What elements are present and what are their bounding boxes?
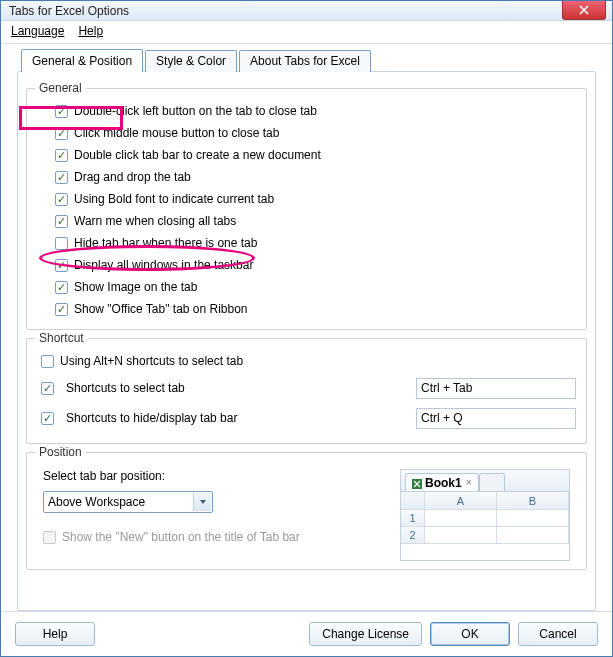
content-area: General & Position Style & Color About T… [1,44,612,611]
checkbox-icon [55,105,68,118]
row-shortcut-toggle: Shortcuts to hide/display tab bar [41,405,576,431]
checkbox-icon [43,531,56,544]
checkbox-icon [55,149,68,162]
dropdown-value: Above Workspace [48,495,145,509]
option-display-taskbar[interactable]: Display all windows in the taskbar [55,255,576,275]
button-label: OK [461,627,478,641]
checkbox-icon [41,355,54,368]
option-label: Display all windows in the taskbar [74,258,253,272]
tab-general-position[interactable]: General & Position [21,49,143,72]
option-double-click-new[interactable]: Double click tab bar to create a new doc… [55,145,576,165]
option-label: Show "Office Tab" tab on Ribbon [74,302,248,316]
checkbox-icon [55,127,68,140]
position-preview: Book1 × AB 1 2 [400,469,570,561]
chevron-down-icon [193,493,211,511]
tab-pane: General Double-click left button on the … [17,71,596,611]
window-title: Tabs for Excel Options [5,4,129,18]
close-icon: × [466,477,472,488]
menu-language[interactable]: Language [11,24,64,38]
option-alt-n[interactable]: Using Alt+N shortcuts to select tab [41,351,576,371]
option-middle-click-close[interactable]: Click middle mouse button to close tab [55,123,576,143]
footer-bar: Help Change License OK Cancel [1,611,612,656]
col-header-b: B [497,492,569,510]
tab-label: Style & Color [156,54,226,68]
shortcut-toggle-input[interactable] [416,408,576,429]
close-icon [579,5,589,15]
col-header-a: A [425,492,497,510]
option-label: Show the "New" button on the title of Ta… [62,530,300,544]
checkbox-icon [55,171,68,184]
option-bold-current[interactable]: Using Bold font to indicate current tab [55,189,576,209]
option-warn-close-all[interactable]: Warn me when closing all tabs [55,211,576,231]
change-license-button[interactable]: Change License [309,622,422,646]
option-label: Hide tab bar when there is one tab [74,236,257,250]
checkbox-icon [55,281,68,294]
group-general: General Double-click left button on the … [26,88,587,330]
group-title: Position [35,445,86,459]
position-dropdown[interactable]: Above Workspace [43,491,213,513]
option-hide-single-tab[interactable]: Hide tab bar when there is one tab [55,233,576,253]
row-shortcut-select: Shortcuts to select tab [41,375,576,401]
option-show-image[interactable]: Show Image on the tab [55,277,576,297]
option-show-new-button: Show the "New" button on the title of Ta… [43,527,384,547]
option-label: Using Alt+N shortcuts to select tab [60,354,243,368]
option-label: Shortcuts to select tab [66,381,185,395]
preview-tab-book1: Book1 × [405,473,479,491]
option-double-click-close[interactable]: Double-click left button on the tab to c… [55,101,576,121]
checkbox-icon [55,215,68,228]
group-shortcut: Shortcut Using Alt+N shortcuts to select… [26,338,587,444]
option-label: Double-click left button on the tab to c… [74,104,317,118]
option-show-office-tab[interactable]: Show "Office Tab" tab on Ribbon [55,299,576,319]
button-label: Cancel [539,627,576,641]
option-label: Click middle mouse button to close tab [74,126,279,140]
option-label: Show Image on the tab [74,280,197,294]
row-header-2: 2 [401,527,425,544]
group-position: Position Select tab bar position: Above … [26,452,587,570]
tab-style-color[interactable]: Style & Color [145,50,237,72]
position-label: Select tab bar position: [43,469,384,483]
help-button[interactable]: Help [15,622,95,646]
shortcut-select-input[interactable] [416,378,576,399]
checkbox-icon [55,303,68,316]
excel-icon [412,478,422,488]
option-label: Using Bold font to indicate current tab [74,192,274,206]
preview-tab-blank [479,473,505,491]
checkbox-icon[interactable] [41,382,54,395]
tab-about[interactable]: About Tabs for Excel [239,50,371,72]
preview-tab-label: Book1 [425,476,462,490]
button-label: Help [43,627,68,641]
tab-label: General & Position [32,54,132,68]
tab-label: About Tabs for Excel [250,54,360,68]
option-drag-drop[interactable]: Drag and drop the tab [55,167,576,187]
close-button[interactable] [562,0,606,20]
tab-strip: General & Position Style & Color About T… [21,48,596,71]
checkbox-icon[interactable] [41,412,54,425]
checkbox-icon [55,237,68,250]
option-label: Drag and drop the tab [74,170,191,184]
menu-help[interactable]: Help [78,24,103,38]
menu-bar: Language Help [1,21,612,44]
checkbox-icon [55,193,68,206]
option-label: Warn me when closing all tabs [74,214,236,228]
title-bar: Tabs for Excel Options [1,1,612,21]
cancel-button[interactable]: Cancel [518,622,598,646]
option-label: Shortcuts to hide/display tab bar [66,411,237,425]
checkbox-icon [55,259,68,272]
row-header-1: 1 [401,510,425,527]
dialog-window: Tabs for Excel Options Language Help Gen… [0,0,613,657]
group-title: General [35,81,86,95]
option-label: Double click tab bar to create a new doc… [74,148,321,162]
group-title: Shortcut [35,331,88,345]
button-label: Change License [322,627,409,641]
ok-button[interactable]: OK [430,622,510,646]
